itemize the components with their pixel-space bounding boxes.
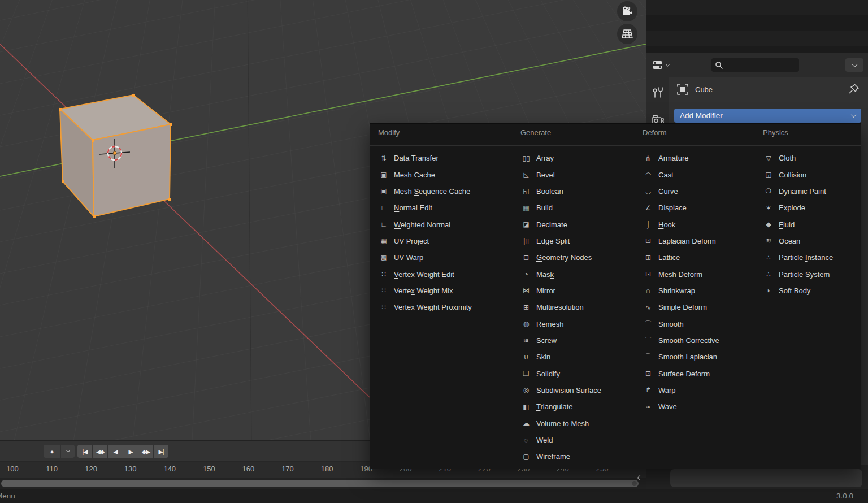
- volume-to-mesh-icon: ☁: [519, 419, 533, 427]
- breadcrumb: Cube: [676, 83, 713, 96]
- grid-floor-icon: [621, 29, 633, 39]
- menu-item-particle-instance[interactable]: ∴Particle Instance: [761, 249, 858, 266]
- cube-object[interactable]: [59, 94, 172, 218]
- menu-item-mask[interactable]: ◔Mask: [518, 266, 634, 282]
- menu-item-subdivision-surface[interactable]: ◎Subdivision Surface: [518, 382, 634, 398]
- menu-item-mesh-deform[interactable]: ⊡Mesh Deform: [640, 266, 754, 282]
- menu-item-soft-body[interactable]: ◗Soft Body: [761, 283, 858, 299]
- menu-item-curve[interactable]: ◡Curve: [640, 183, 754, 200]
- blender-version-label: 3.0.0: [836, 492, 853, 500]
- tab-modifier-properties[interactable]: [646, 81, 669, 104]
- object-name-label: Cube: [695, 85, 713, 94]
- menu-item-smooth-corrective[interactable]: ⌒Smooth Corrective: [640, 332, 754, 349]
- menu-item-warp[interactable]: ↱Warp: [640, 382, 754, 398]
- horizontal-scrollbar[interactable]: [1, 480, 639, 487]
- menu-item-particle-system[interactable]: ∴Particle System: [761, 266, 858, 282]
- menu-item-triangulate[interactable]: ◧Triangulate: [518, 398, 634, 415]
- menu-item-boolean[interactable]: ◱Boolean: [518, 183, 634, 200]
- subdivision-surface-icon: ◎: [519, 386, 533, 394]
- build-icon: ▦: [519, 204, 533, 212]
- menu-item-armature[interactable]: ⋔Armature: [640, 150, 754, 166]
- armature-icon: ⋔: [641, 154, 655, 162]
- filter-dropdown-button[interactable]: [845, 58, 863, 72]
- menu-item-uv-project[interactable]: ▦UV Project: [376, 233, 511, 249]
- auto-keying-button[interactable]: ●: [44, 445, 60, 458]
- menu-item-volume-to-mesh[interactable]: ☁Volume to Mesh: [518, 415, 634, 432]
- properties-bottom-scroll[interactable]: [670, 469, 862, 487]
- menu-item-laplacian-deform[interactable]: ⊡Laplacian Deform: [640, 233, 754, 249]
- vertex-weight-mix-icon: ∷: [377, 287, 390, 294]
- chevron-down-icon: [666, 62, 670, 66]
- outliner-region[interactable]: [646, 0, 868, 53]
- region-collapse-arrow[interactable]: [635, 473, 644, 482]
- menu-item-vertex-weight-proximity[interactable]: ∷Vertex Weight Proximity: [376, 299, 511, 315]
- menu-item-smooth[interactable]: ⌒Smooth: [640, 315, 754, 332]
- menu-item-decimate[interactable]: ◪Decimate: [518, 216, 634, 232]
- simple-deform-icon: ∿: [641, 303, 655, 311]
- menu-item-mesh-cache[interactable]: ▣Mesh Cache: [376, 166, 511, 183]
- menu-item-smooth-laplacian[interactable]: ⌒Smooth Laplacian: [640, 349, 754, 365]
- menu-item-dynamic-paint[interactable]: ❍Dynamic Paint: [761, 183, 858, 200]
- menu-item-shrinkwrap[interactable]: ∩Shrinkwrap: [640, 283, 754, 299]
- menu-item-mirror[interactable]: ⋈Mirror: [518, 283, 634, 299]
- wireframe-icon: ▢: [519, 453, 533, 461]
- menu-item-bevel[interactable]: ◺Bevel: [518, 166, 634, 183]
- menu-item-build[interactable]: ▦Build: [518, 200, 634, 216]
- menu-item-lattice[interactable]: ⊞Lattice: [640, 249, 754, 266]
- menu-item-vertex-weight-mix[interactable]: ∷Vertex Weight Mix: [376, 283, 511, 299]
- menu-item-cast[interactable]: ◠Cast: [640, 166, 754, 183]
- menu-item-label: Decimate: [536, 220, 567, 229]
- menu-item-geometry-nodes[interactable]: ⊟Geometry Nodes: [518, 249, 634, 266]
- jump-to-end-button[interactable]: ▶|: [154, 445, 168, 458]
- menu-item-label: Smooth: [658, 320, 684, 328]
- menu-item-collision[interactable]: ◲Collision: [761, 166, 858, 183]
- menu-item-simple-deform[interactable]: ∿Simple Deform: [640, 299, 754, 315]
- menu-item-label: Mesh Deform: [658, 270, 702, 279]
- menu-item-label: Cast: [658, 171, 674, 179]
- menu-item-array[interactable]: ▯▯Array: [518, 150, 634, 166]
- collision-icon: ◲: [762, 171, 775, 179]
- y-axis-line-left: [0, 163, 66, 176]
- menu-item-label: Mesh Cache: [394, 171, 435, 179]
- menu-item-wave[interactable]: ≈Wave: [640, 398, 754, 415]
- play-button[interactable]: ▶: [123, 445, 138, 458]
- menu-item-surface-deform[interactable]: ⊡Surface Deform: [640, 365, 754, 381]
- camera-view-gizmo[interactable]: [617, 1, 637, 21]
- menu-item-data-transfer[interactable]: ⇅Data Transfer: [376, 150, 511, 166]
- multiresolution-icon: ⊞: [519, 303, 533, 311]
- menu-item-screw[interactable]: ≋Screw: [518, 332, 634, 349]
- menu-item-uv-warp[interactable]: ▩UV Warp: [376, 249, 511, 266]
- toggle-grid-gizmo[interactable]: [617, 24, 637, 44]
- menu-item-weighted-normal[interactable]: ∟Weighted Normal: [376, 216, 511, 232]
- search-input[interactable]: [726, 60, 793, 70]
- menu-item-weld[interactable]: ◌Weld: [518, 432, 634, 448]
- menu-item-fluid[interactable]: ◆Fluid: [761, 216, 858, 232]
- editor-type-selector[interactable]: [652, 58, 678, 72]
- jump-to-start-button[interactable]: |◀: [77, 445, 92, 458]
- next-keyframe-button[interactable]: ◆▶: [138, 445, 153, 458]
- menu-item-normal-edit[interactable]: ∟Normal Edit: [376, 200, 511, 216]
- menu-item-edge-split[interactable]: |▯Edge Split: [518, 233, 634, 249]
- add-modifier-button[interactable]: Add Modifier: [674, 109, 861, 123]
- auto-keying-options-button[interactable]: [61, 445, 75, 458]
- menu-item-displace[interactable]: ∠Displace: [640, 200, 754, 216]
- frame-tick-140: 140: [157, 465, 182, 473]
- menu-item-multiresolution[interactable]: ⊞Multiresolution: [518, 299, 634, 315]
- menu-item-explode[interactable]: ✶Explode: [761, 200, 858, 216]
- menu-item-ocean[interactable]: ≋Ocean: [761, 233, 858, 249]
- previous-keyframe-button[interactable]: ◀◆: [93, 445, 107, 458]
- menu-item-mesh-sequence-cache[interactable]: ▣Mesh Sequence Cache: [376, 183, 511, 200]
- play-reverse-button[interactable]: ◀: [108, 445, 123, 458]
- menu-item-wireframe[interactable]: ▢Wireframe: [518, 448, 634, 465]
- menu-item-skin[interactable]: ∪Skin: [518, 349, 634, 365]
- menu-item-label: Mirror: [536, 287, 555, 295]
- pin-id-button[interactable]: [848, 83, 860, 95]
- mesh-sequence-cache-icon: ▣: [377, 187, 390, 195]
- menu-item-hook[interactable]: ⌡Hook: [640, 216, 754, 232]
- properties-search[interactable]: [711, 58, 799, 72]
- menu-item-cloth[interactable]: ▽Cloth: [761, 150, 858, 166]
- menu-item-vertex-weight-edit[interactable]: ∷Vertex Weight Edit: [376, 266, 511, 282]
- wave-icon: ≈: [641, 403, 655, 411]
- menu-item-remesh[interactable]: ◍Remesh: [518, 315, 634, 332]
- menu-item-solidify[interactable]: ❏Solidify: [518, 365, 634, 381]
